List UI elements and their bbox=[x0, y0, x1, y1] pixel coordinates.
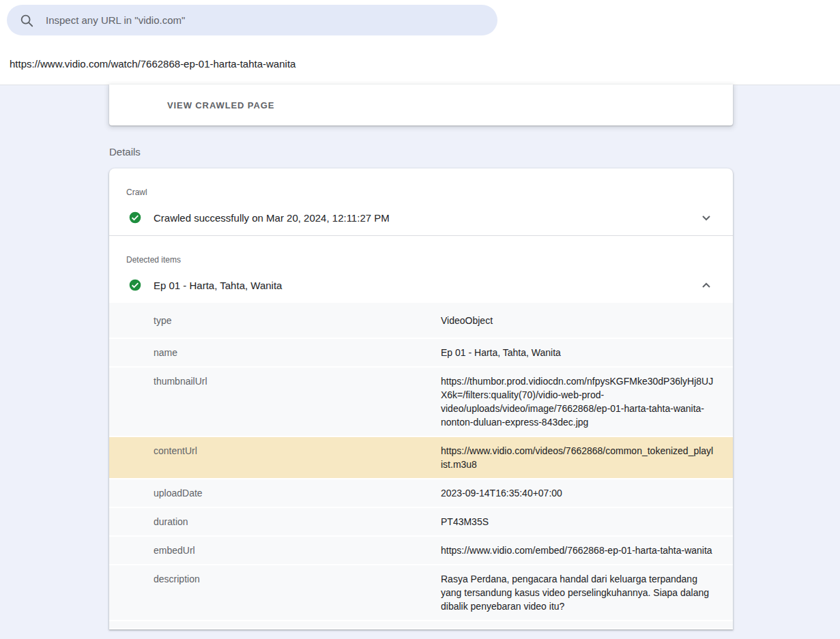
detected-item-properties-table: type VideoObject name Ep 01 - Harta, Tah… bbox=[109, 303, 733, 621]
property-row[interactable]: type VideoObject bbox=[109, 303, 733, 339]
property-value: https://www.vidio.com/videos/7662868/com… bbox=[441, 444, 733, 471]
property-value: https://www.vidio.com/embed/7662868-ep-0… bbox=[441, 544, 733, 557]
url-inspection-header: https://www.vidio.com/watch/7662868-ep-0… bbox=[0, 0, 840, 85]
property-key: embedUrl bbox=[109, 544, 441, 557]
property-row[interactable]: description Rasya Perdana, pengacara han… bbox=[109, 565, 733, 621]
property-key: name bbox=[109, 346, 441, 359]
property-row[interactable]: duration PT43M35S bbox=[109, 508, 733, 537]
property-row[interactable]: name Ep 01 - Harta, Tahta, Wanita bbox=[109, 339, 733, 368]
property-value: Ep 01 - Harta, Tahta, Wanita bbox=[441, 346, 733, 359]
crawled-page-card: VIEW CRAWLED PAGE bbox=[109, 85, 733, 125]
property-key: thumbnailUrl bbox=[109, 374, 441, 429]
chevron-up-icon bbox=[698, 277, 714, 293]
property-key: duration bbox=[109, 515, 441, 529]
detected-items-section-label: Detected items bbox=[109, 236, 733, 265]
chevron-down-icon bbox=[698, 209, 714, 226]
crawl-status-text: Crawled successfully on Mar 20, 2024, 12… bbox=[154, 212, 697, 224]
success-check-icon bbox=[128, 278, 142, 292]
detected-item-collapse-button[interactable] bbox=[697, 276, 716, 295]
property-key: description bbox=[109, 572, 441, 613]
property-row[interactable]: embedUrl https://www.vidio.com/embed/766… bbox=[109, 537, 733, 565]
property-row[interactable]: uploadDate 2023-09-14T16:35:40+07:00 bbox=[109, 479, 733, 508]
success-check-icon bbox=[128, 211, 142, 224]
property-value: PT43M35S bbox=[441, 515, 733, 529]
search-input[interactable] bbox=[46, 14, 484, 26]
url-inspection-search-bar[interactable] bbox=[7, 5, 497, 35]
inspected-url: https://www.vidio.com/watch/7662868-ep-0… bbox=[10, 58, 295, 70]
search-icon bbox=[19, 13, 34, 28]
property-row[interactable]: contentUrl https://www.vidio.com/videos/… bbox=[109, 437, 733, 479]
details-heading: Details bbox=[109, 146, 840, 158]
details-card: Crawl Crawled successfully on Mar 20, 20… bbox=[109, 168, 733, 629]
property-key: contentUrl bbox=[109, 444, 441, 471]
property-value: Rasya Perdana, pengacara handal dari kel… bbox=[441, 572, 733, 613]
crawl-section-label: Crawl bbox=[109, 168, 733, 197]
detected-item-title: Ep 01 - Harta, Tahta, Wanita bbox=[154, 280, 697, 291]
property-key: uploadDate bbox=[109, 486, 441, 500]
property-row[interactable]: thumbnailUrl https://thumbor.prod.vidioc… bbox=[109, 368, 733, 437]
detected-item-row[interactable]: Ep 01 - Harta, Tahta, Wanita bbox=[109, 267, 733, 303]
property-value: https://thumbor.prod.vidiocdn.com/nfpysK… bbox=[441, 374, 733, 429]
property-row-partial bbox=[109, 621, 733, 629]
property-value: VideoObject bbox=[441, 314, 733, 327]
property-key: type bbox=[109, 314, 441, 327]
crawl-expand-button[interactable] bbox=[697, 208, 716, 227]
property-value: 2023-09-14T16:35:40+07:00 bbox=[441, 486, 733, 500]
crawl-status-row[interactable]: Crawled successfully on Mar 20, 2024, 12… bbox=[109, 200, 733, 235]
view-crawled-page-button[interactable]: VIEW CRAWLED PAGE bbox=[167, 100, 274, 110]
